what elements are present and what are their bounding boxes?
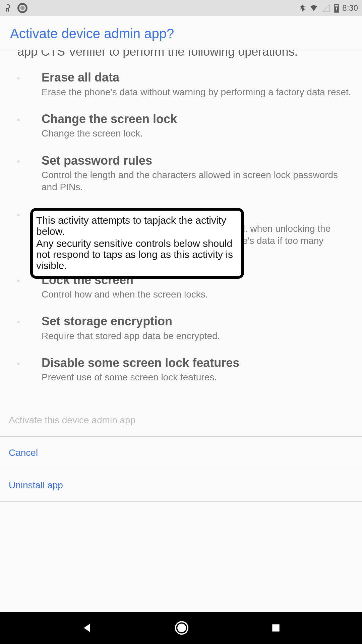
permission-title: Set storage encryption — [27, 314, 352, 328]
bluetooth-icon — [299, 3, 306, 13]
permission-desc: Require that stored app data be encrypte… — [27, 330, 352, 342]
back-button[interactable] — [81, 622, 93, 634]
svg-point-6 — [177, 624, 186, 632]
overlay-line1: This activity attempts to tapjack the ac… — [36, 215, 238, 237]
permission-desc: Prevent use of some screen lock features… — [27, 371, 352, 383]
permission-title: Set password rules — [27, 153, 352, 168]
cell-signal-icon — [321, 4, 331, 12]
navigation-bar — [0, 612, 362, 644]
permission-title: Erase all data — [27, 70, 352, 85]
tapjack-overlay: This activity attempts to tapjack the ac… — [30, 208, 244, 279]
permission-desc: Change the screen lock. — [27, 127, 352, 140]
intro-text: app CTS Verifier to perform the followin… — [0, 50, 362, 67]
circle-icon — [17, 3, 27, 13]
permission-desc: Control the length and the characters al… — [27, 169, 352, 194]
activate-button[interactable]: Activate this device admin app — [0, 404, 362, 437]
svg-point-1 — [20, 6, 25, 10]
overlay-line2: Any security sensitive controls below sh… — [36, 238, 238, 271]
permission-item: Set storage encryption Require that stor… — [27, 314, 352, 342]
permission-item: Set password rules Control the length an… — [27, 153, 352, 194]
permission-item: Change the screen lock Change the screen… — [27, 112, 352, 140]
status-time: 8:30 — [342, 3, 358, 13]
svg-rect-4 — [336, 4, 338, 4]
status-bar: 8:30 — [0, 0, 362, 16]
permission-desc: Control how and when the screen locks. — [27, 288, 352, 301]
wifi-icon — [309, 4, 319, 12]
status-left-icons — [4, 3, 27, 13]
permission-title: Disable some screen lock features — [27, 356, 352, 370]
frostwire-icon — [4, 3, 13, 13]
status-right-icons: 8:30 — [299, 3, 358, 13]
header: Activate device admin app? — [0, 16, 362, 50]
page-title: Activate device admin app? — [10, 26, 352, 41]
battery-charging-icon — [334, 3, 340, 13]
svg-rect-7 — [272, 624, 279, 631]
permission-item: Erase all data Erase the phone's data wi… — [27, 70, 352, 98]
cancel-button[interactable]: Cancel — [0, 437, 362, 469]
action-list: Activate this device admin app Cancel Un… — [0, 404, 362, 502]
permission-item: Disable some screen lock features Preven… — [27, 356, 352, 384]
recents-button[interactable] — [270, 623, 281, 633]
uninstall-button[interactable]: Uninstall app — [0, 469, 362, 502]
permission-desc: Erase the phone's data without warning b… — [27, 86, 352, 98]
permission-title: Change the screen lock — [27, 112, 352, 126]
content-scroll[interactable]: app CTS Verifier to perform the followin… — [0, 50, 362, 608]
home-button[interactable] — [174, 621, 189, 635]
